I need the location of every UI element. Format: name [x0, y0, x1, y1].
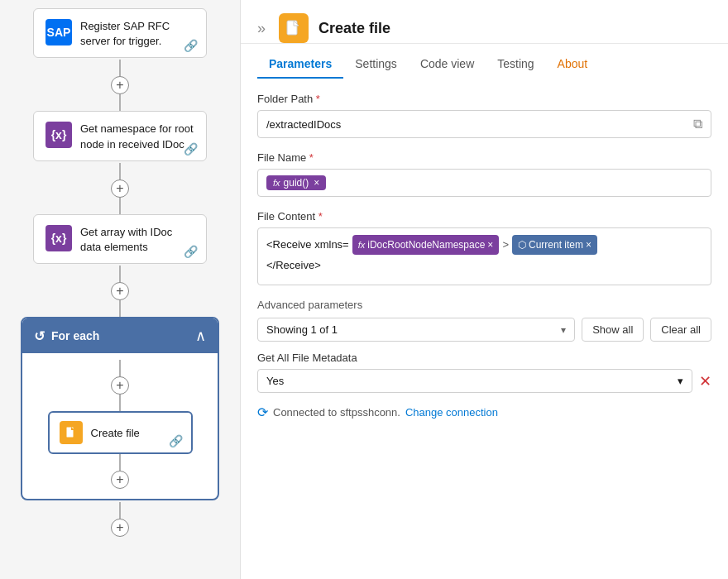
array-node[interactable]: {x} Get array with IDoc data elements 🔗	[33, 214, 207, 264]
tab-parameters[interactable]: Parameters	[257, 50, 343, 79]
link-icon: 🔗	[184, 39, 198, 52]
for-each-header[interactable]: ↺ For each ∧	[22, 318, 218, 353]
advanced-params-row: Showing 1 of 1 ▾ Show all Clear all	[257, 318, 711, 342]
inner-connector-1	[119, 360, 121, 376]
showing-dropdown[interactable]: Showing 1 of 1 ▾	[257, 318, 575, 342]
inner-connector-3	[119, 454, 121, 471]
connection-icon: ⟳	[257, 404, 268, 420]
fx-icon-guid: fx	[273, 178, 280, 188]
guid-tag[interactable]: fx guid() ×	[266, 175, 326, 190]
metadata-delete-icon[interactable]: ✕	[699, 372, 711, 390]
clear-all-button[interactable]: Clear all	[650, 318, 711, 342]
fx-icon-expr: fx	[358, 237, 366, 253]
current-item-close[interactable]: ×	[586, 237, 592, 253]
file-content-line1: <Receive xmlns= fx iDocRootNodeNamespace…	[266, 235, 702, 255]
sap-node-label: Register SAP RFC server for trigger.	[80, 19, 194, 49]
file-name-input[interactable]: fx guid() ×	[257, 169, 711, 197]
add-after-create[interactable]: +	[111, 471, 129, 489]
connector-line-5	[119, 266, 121, 282]
connection-row: ⟳ Connected to sftpsshconn. Change conne…	[257, 404, 711, 420]
xml-prefix: <Receive xmlns=	[266, 236, 349, 254]
tab-testing[interactable]: Testing	[486, 50, 545, 79]
metadata-value: Yes	[266, 375, 284, 387]
add-step-final[interactable]: +	[111, 519, 129, 537]
panel-body: Folder Path * /extractedIDocs ⧉ File Nam…	[241, 78, 728, 579]
file-content-label: File Content *	[257, 210, 711, 223]
show-all-button[interactable]: Show all	[582, 318, 644, 342]
dropdown-chevron: ▾	[561, 324, 566, 336]
namespace-node[interactable]: {x} Get namespace for root node in recei…	[33, 111, 207, 160]
panel-title: Create file	[318, 20, 390, 37]
add-inner-step[interactable]: +	[111, 376, 129, 395]
copy-icon[interactable]: ⧉	[693, 117, 702, 132]
file-name-group: File Name * fx guid() ×	[257, 151, 711, 197]
panel-file-icon	[279, 13, 309, 43]
current-item-tag[interactable]: ⬡ Current item ×	[512, 235, 597, 255]
create-file-icon	[60, 421, 83, 444]
connector-line-2	[119, 94, 121, 111]
tab-codeview[interactable]: Code view	[409, 50, 486, 79]
right-header: » Create file	[241, 0, 728, 44]
file-content-input[interactable]: <Receive xmlns= fx iDocRootNodeNamespace…	[257, 227, 711, 285]
connection-text: Connected to sftpsshconn.	[273, 406, 400, 419]
for-each-body: + Create file 🔗 +	[22, 353, 218, 499]
change-connection-link[interactable]: Change connection	[405, 406, 498, 419]
for-each-label: For each	[51, 329, 99, 342]
sap-icon: SAP	[46, 19, 72, 45]
link-icon-2: 🔗	[184, 142, 198, 156]
folder-path-label: Folder Path *	[257, 93, 711, 105]
for-each-container: ↺ For each ∧ + Create file 🔗 +	[21, 317, 219, 500]
file-content-group: File Content * <Receive xmlns= fx iDocRo…	[257, 210, 711, 285]
folder-path-group: Folder Path * /extractedIDocs ⧉	[257, 93, 711, 138]
collapse-button[interactable]: »	[257, 20, 266, 37]
connector-line-3	[119, 163, 121, 179]
create-file-label: Create file	[91, 427, 140, 439]
file-content-line2: </Receive>	[266, 256, 702, 275]
expr-icon-1: {x}	[46, 122, 72, 148]
for-each-header-left: ↺ For each	[34, 328, 99, 344]
metadata-dropdown[interactable]: Yes ▾	[257, 369, 692, 393]
current-item-text: Current item	[529, 237, 583, 253]
arrow-icon: >	[502, 236, 509, 254]
link-icon-3: 🔗	[184, 245, 198, 258]
tab-settings[interactable]: Settings	[343, 50, 409, 79]
xml-suffix: </Receive>	[266, 256, 321, 275]
expr-icon-2: {x}	[46, 225, 72, 251]
file-name-label: File Name *	[257, 151, 711, 164]
showing-text: Showing 1 of 1	[266, 323, 338, 336]
advanced-params-label: Advanced parameters	[257, 299, 711, 311]
metadata-chevron: ▾	[678, 375, 683, 387]
add-step-3[interactable]: +	[111, 282, 129, 300]
collapse-icon[interactable]: ∧	[195, 327, 206, 345]
tab-about[interactable]: About	[546, 50, 600, 79]
expr-text: iDocRootNodeNamespace	[367, 237, 485, 253]
tabs-bar: Parameters Settings Code view Testing Ab…	[241, 50, 728, 78]
expr-close[interactable]: ×	[487, 237, 493, 253]
guid-text: guid()	[284, 177, 309, 189]
loop-icon: ↺	[34, 328, 45, 344]
connector-line-1	[119, 60, 121, 76]
array-node-label: Get array with IDoc data elements	[80, 225, 194, 255]
connector-line-7	[119, 502, 121, 519]
current-item-icon: ⬡	[518, 237, 526, 253]
sap-node[interactable]: SAP Register SAP RFC server for trigger.…	[33, 8, 207, 58]
inner-connector-2	[119, 395, 121, 411]
folder-path-value: /extractedIDocs	[266, 118, 693, 131]
namespace-node-label: Get namespace for root node in received …	[80, 122, 194, 151]
create-file-link-icon: 🔗	[169, 434, 183, 447]
metadata-label: Get All File Metadata	[257, 352, 711, 364]
right-panel: » Create file Parameters Settings Code v…	[240, 0, 728, 579]
guid-close[interactable]: ×	[314, 177, 319, 189]
add-step-1[interactable]: +	[111, 76, 129, 94]
expr-tag[interactable]: fx iDocRootNodeNamespace ×	[352, 235, 500, 255]
left-panel: SAP Register SAP RFC server for trigger.…	[0, 0, 240, 579]
advanced-params-section: Advanced parameters Showing 1 of 1 ▾ Sho…	[257, 299, 711, 342]
connector-line-6	[119, 300, 121, 317]
connector-line-4	[119, 198, 121, 214]
metadata-section: Get All File Metadata Yes ▾ ✕	[257, 352, 711, 393]
metadata-row: Yes ▾ ✕	[257, 369, 711, 393]
folder-path-input[interactable]: /extractedIDocs ⧉	[257, 110, 711, 138]
add-step-2[interactable]: +	[111, 179, 129, 198]
create-file-node[interactable]: Create file 🔗	[48, 411, 193, 454]
